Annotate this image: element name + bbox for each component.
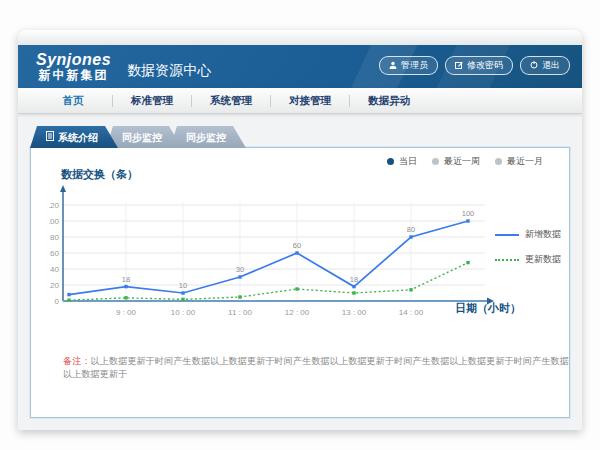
tab-label: 系统介绍 (58, 126, 98, 149)
radio-label: 最近一周 (444, 155, 480, 168)
svg-text:0: 0 (55, 297, 60, 306)
footnote-label: 备注： (63, 356, 91, 366)
svg-text:10: 10 (179, 281, 187, 290)
legend-line-sample (495, 259, 519, 261)
svg-text:9 : 00: 9 : 00 (116, 308, 137, 317)
nav-item-3[interactable]: 对接管理 (277, 94, 343, 108)
content-panel: 当日最近一周最近一月 数据交换（条） 0204060801001209 : 00… (30, 147, 570, 418)
header-action-user[interactable]: 管理员 (379, 56, 438, 75)
tab-1[interactable]: 同步监控 (106, 126, 182, 148)
svg-text:11 : 00: 11 : 00 (228, 308, 252, 317)
svg-text:13 : 00: 13 : 00 (342, 308, 367, 317)
app-window: Synjones 新中新集团 数据资源中心 管理员修改密码退出 首页标准管理系统… (18, 30, 582, 430)
header-actions: 管理员修改密码退出 (379, 56, 570, 75)
document-icon (46, 126, 54, 149)
nav-separator (270, 95, 271, 107)
logo-company-name: 新中新集团 (36, 69, 111, 82)
header-action-label: 修改密码 (467, 59, 503, 72)
period-option-1[interactable]: 最近一周 (432, 155, 480, 168)
y-axis-title: 数据交换（条） (61, 167, 138, 182)
tab-bar: 系统介绍同步监控同步监控 (30, 126, 234, 148)
svg-text:40: 40 (50, 265, 59, 274)
period-option-2[interactable]: 最近一月 (495, 155, 543, 168)
svg-text:10 : 00: 10 : 00 (171, 308, 196, 317)
svg-text:14 : 00: 14 : 00 (399, 308, 424, 317)
svg-text:80: 80 (407, 225, 415, 234)
footnote-text: 以上数据更新于时间产生数据以上数据更新于时间产生数据以上数据更新于时间产生数据以… (63, 356, 569, 379)
svg-text:120: 120 (49, 201, 60, 210)
user-icon (389, 61, 397, 69)
svg-text:100: 100 (49, 217, 60, 226)
nav-item-2[interactable]: 系统管理 (198, 94, 264, 108)
header-action-change-password[interactable]: 修改密码 (445, 56, 513, 75)
nav-separator (191, 95, 192, 107)
svg-text:80: 80 (50, 233, 59, 242)
header-action-logout[interactable]: 退出 (520, 56, 570, 75)
svg-text:20: 20 (50, 281, 59, 290)
x-axis-title: 日期（小时） (455, 301, 521, 316)
nav-item-0[interactable]: 首页 (40, 94, 106, 108)
legend-line-sample (495, 234, 519, 236)
power-icon (530, 61, 538, 69)
svg-text:12 : 00: 12 : 00 (285, 308, 310, 317)
radio-dot (387, 158, 394, 165)
page-title: 数据资源中心 (127, 54, 211, 80)
tab-2[interactable]: 同步监控 (170, 126, 246, 148)
tab-0[interactable]: 系统介绍 (30, 126, 118, 148)
legend-label: 更新数据 (525, 253, 561, 266)
footnote: 备注：以上数据更新于时间产生数据以上数据更新于时间产生数据以上数据更新于时间产生… (63, 355, 569, 381)
tab-label: 同步监控 (186, 126, 226, 149)
period-filter: 当日最近一周最近一月 (387, 155, 543, 168)
legend-label: 新增数据 (525, 228, 561, 241)
app-header: Synjones 新中新集团 数据资源中心 管理员修改密码退出 (18, 45, 582, 88)
edit-icon (455, 61, 463, 69)
chart-legend: 新增数据更新数据 (495, 228, 561, 266)
logo-wordmark: Synjones (36, 51, 111, 69)
nav-separator (349, 95, 350, 107)
svg-text:60: 60 (50, 249, 59, 258)
legend-item-0: 新增数据 (495, 228, 561, 241)
header-action-label: 退出 (542, 59, 560, 72)
svg-text:18: 18 (350, 275, 358, 284)
main-nav: 首页标准管理系统管理对接管理数据异动 (18, 88, 582, 114)
nav-item-4[interactable]: 数据异动 (356, 94, 422, 108)
legend-item-1: 更新数据 (495, 253, 561, 266)
header-action-label: 管理员 (401, 59, 428, 72)
company-logo: Synjones 新中新集团 (36, 51, 111, 82)
svg-text:60: 60 (293, 241, 301, 250)
svg-text:18: 18 (122, 275, 130, 284)
tab-label: 同步监控 (122, 126, 162, 149)
svg-text:100: 100 (462, 209, 475, 218)
window-top-strip (18, 30, 582, 45)
radio-label: 最近一月 (507, 155, 543, 168)
radio-label: 当日 (399, 155, 417, 168)
nav-separator (112, 95, 113, 107)
nav-item-1[interactable]: 标准管理 (119, 94, 185, 108)
radio-dot (432, 158, 439, 165)
svg-text:30: 30 (236, 265, 244, 274)
period-option-0[interactable]: 当日 (387, 155, 417, 168)
radio-dot (495, 158, 502, 165)
